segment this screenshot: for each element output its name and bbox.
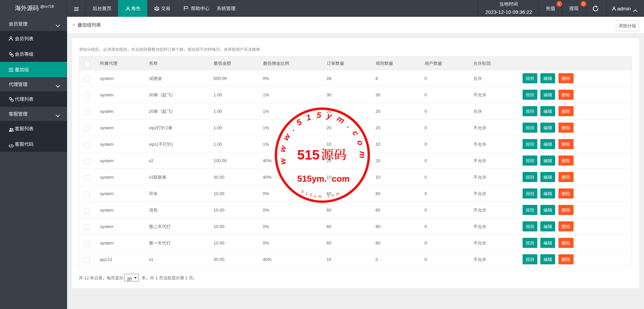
svg-text:515: 515 [297,147,320,162]
svg-text:515ym.: 515ym. [297,174,327,184]
svg-text:com: com [332,174,350,184]
svg-text:515ym.com: 515ym.com [301,189,342,198]
